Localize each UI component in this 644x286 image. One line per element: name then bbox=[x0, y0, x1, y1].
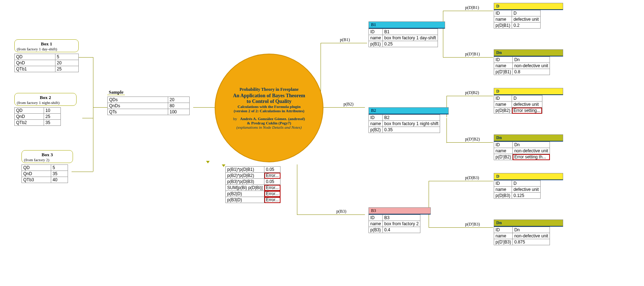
node-box2[interactable]: Box 2 (from factory 1 night-shift) bbox=[14, 93, 77, 106]
edge-label-pB1: p(B1) bbox=[340, 37, 350, 43]
attr-table-b2-dn: IDDn namenon-defective unit p(D'|B2)Erro… bbox=[494, 142, 550, 160]
attr-table-b3-d: IDD namedefective unit p(D|B3)0.125 bbox=[494, 180, 541, 199]
node-b1-d[interactable]: D bbox=[494, 3, 563, 10]
node-subtitle: (from factory 2) bbox=[24, 158, 70, 162]
node-subtitle: (from factory 1 day-shift) bbox=[17, 47, 76, 51]
root-line3: to Control of Quality bbox=[215, 99, 323, 104]
node-title: Box 3 bbox=[24, 152, 70, 158]
root-note: (explanations in Node Details and Notes) bbox=[215, 125, 323, 129]
node-sample[interactable]: Sample bbox=[107, 89, 125, 95]
node-box3[interactable]: Box 3 (from factory 2) bbox=[21, 150, 73, 163]
node-title: Box 1 bbox=[17, 41, 76, 47]
node-b2-dn[interactable]: Dn bbox=[494, 134, 563, 142]
attr-table-sample: QDs20 QnDs80 QTs100 bbox=[107, 97, 190, 115]
attr-table-b1-dn: IDDn namenon-defective unit p(D'|B1)0.8 bbox=[494, 56, 550, 75]
edge-label-pB3: p(B3) bbox=[336, 209, 346, 214]
edge-label-pB2: p(B2) bbox=[343, 102, 353, 107]
root-node[interactable]: Probability Theory in Freeplane An Appli… bbox=[215, 54, 323, 162]
node-title: Box 2 bbox=[17, 95, 74, 100]
attr-table-b1-d: IDD namedefective unit p(D|B1)0.2 bbox=[494, 10, 541, 29]
node-b3-dn[interactable]: Dn bbox=[494, 220, 563, 227]
attr-table-b2: IDB2 namebox from factory 1 night-shift … bbox=[369, 114, 440, 133]
root-line5: (version 2 of 2: Calculations in Attribu… bbox=[215, 109, 323, 113]
node-b2[interactable]: B2 bbox=[369, 107, 449, 114]
root-authors: by Andrés A. González Gómez. (andressf) … bbox=[215, 117, 323, 125]
node-b3-d[interactable]: D bbox=[494, 173, 563, 180]
attr-table-b2-d: IDD namedefective unit p(D|B2)Error sett… bbox=[494, 95, 542, 114]
node-b3[interactable]: B3 bbox=[369, 207, 431, 214]
attr-table-box2: QD10 QnD25 QTb235 bbox=[14, 107, 61, 126]
edge-label-pDn-B1: p(D'|B1) bbox=[465, 51, 480, 57]
attr-table-calc: p(B1)*p(D|B1)0.05 p(B2)*p(D|B2)Error... … bbox=[225, 166, 280, 203]
root-line1: Probability Theory in Freeplane bbox=[215, 87, 323, 92]
fold-icon[interactable] bbox=[222, 164, 225, 167]
attr-table-box3: QD5 QnD35 QTb340 bbox=[21, 164, 68, 183]
node-box1[interactable]: Box 1 (from factory 1 day-shift) bbox=[14, 39, 79, 52]
edge-label-pDn-B2: p(D'|B2) bbox=[465, 137, 480, 142]
node-b1-dn[interactable]: Dn bbox=[494, 49, 563, 56]
node-b1[interactable]: B1 bbox=[369, 21, 445, 29]
root-line4: Calculations with the Formula plugin bbox=[215, 104, 323, 109]
root-line2: An Application of Bayes Theorem bbox=[215, 93, 323, 99]
attr-table-box1: QD5 QnD20 QTb125 bbox=[14, 54, 79, 72]
edge-label-pD-B3: p(D|B3) bbox=[465, 175, 479, 181]
edge-label-pDn-B3: p(D'|B3) bbox=[465, 222, 480, 227]
node-subtitle: (from factory 1 night-shift) bbox=[17, 100, 74, 105]
edge-label-pD-B2: p(D|B2) bbox=[465, 90, 479, 95]
node-b2-d[interactable]: D bbox=[494, 88, 563, 95]
attr-table-b3-dn: IDDn namenon-defective unit p(D'|B3)0.87… bbox=[494, 227, 550, 245]
attr-table-b1: IDB1 namebox from factory 1 day-shift p(… bbox=[369, 29, 438, 47]
attr-table-b3: IDB3 namebox from factory 2 p(B3)0.4 bbox=[369, 214, 420, 233]
fold-icon[interactable] bbox=[206, 161, 210, 163]
edge-label-pD-B1: p(D|B1) bbox=[465, 5, 479, 10]
